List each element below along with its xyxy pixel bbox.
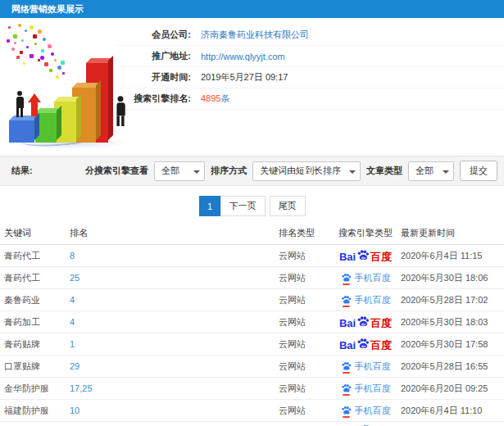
company-link[interactable]: 济南秦鲁药业科技有限公司 xyxy=(201,29,309,41)
col-header-keyword: 关键词 xyxy=(4,227,70,239)
page-title: 网络营销效果展示 xyxy=(11,3,84,16)
engine-view-label: 分搜索引擎查看 xyxy=(85,165,148,177)
submit-button[interactable]: 提交 xyxy=(460,161,497,181)
rank-link[interactable]: 25 xyxy=(70,273,79,283)
info-row-url: 推广地址: http://www.qlyyjt.com xyxy=(117,46,504,67)
rank-link[interactable]: 4 xyxy=(70,317,75,327)
keyword-cell: 膏药贴牌 xyxy=(4,338,70,351)
filter-group: 分搜索引擎查看 全部 排序方式 关键词由短到长排序 文章类型 全部 提交 xyxy=(85,161,497,181)
rank-link[interactable]: 17,25 xyxy=(70,383,93,393)
next-page-button[interactable]: 下一页 xyxy=(220,196,266,216)
updated-cell: 2020年5月28日 17:02 xyxy=(401,294,504,306)
svg-text:du: du xyxy=(361,256,366,260)
page-button-current[interactable]: 1 xyxy=(199,196,221,216)
keyword-cell: 膏药代工 xyxy=(4,272,70,284)
baidu-bai-text: Bai xyxy=(339,252,356,262)
sort-label: 排序方式 xyxy=(211,165,247,177)
rank-type-cell: 云网站 xyxy=(279,316,330,329)
mobile-baidu-text: 手机百度 xyxy=(355,360,391,373)
mobile-baidu-text: 手机百度 xyxy=(355,405,391,417)
engine-cell: Bai du 百度 xyxy=(330,294,401,306)
mobile-baidu-text: 手机百度 xyxy=(355,383,391,395)
baidu-du-text: 百度 xyxy=(370,318,392,329)
baidu-mobile-logo: 手机百度 xyxy=(341,383,391,395)
rank-type-cell: 云网站 xyxy=(279,360,330,373)
table-row: 膏药加工 4 云网站 Bai du 百度 xyxy=(0,311,504,333)
promo-url-link[interactable]: http://www.qlyyjt.com xyxy=(201,52,285,61)
sort-select[interactable]: 关键词由短到长排序 xyxy=(252,161,361,181)
paw-underline xyxy=(343,416,350,418)
rank-type-cell: 云网站 xyxy=(279,338,330,351)
baidu-logo: Bai du 百度 xyxy=(339,338,392,351)
table-row: 膏药贴牌 1 云网站 Bai du 百度 xyxy=(0,333,504,356)
title-bar: 网络营销效果展示 xyxy=(0,0,504,18)
baidu-mobile-logo: 手机百度 xyxy=(341,405,391,417)
article-type-select[interactable]: 全部 xyxy=(408,161,454,181)
engine-cell: Bai du 百度 xyxy=(330,272,401,284)
rank-type-cell: 云网站 xyxy=(279,405,330,417)
filter-bar: 结果: 分搜索引擎查看 全部 排序方式 关键词由短到长排序 文章类型 全部 提交 xyxy=(0,156,504,186)
updated-cell: 2020年6月20日 09:25 xyxy=(401,383,504,395)
paw-underline xyxy=(343,283,350,285)
baidu-paw-icon xyxy=(341,273,352,283)
col-header-updated: 最新更新时间 xyxy=(401,227,504,239)
table-row: 金华防护服 17,25 云网站 Bai du 百度 xyxy=(0,378,504,400)
table-row: 秦鲁药业 4 云网站 Bai du 百度 xyxy=(0,289,504,311)
last-page-button[interactable]: 尾页 xyxy=(270,196,306,216)
baidu-paw-icon: du xyxy=(356,249,370,262)
businessman-left xyxy=(14,91,25,117)
baidu-paw-icon xyxy=(341,383,352,394)
updated-cell: 2020年5月28日 16:55 xyxy=(401,360,504,373)
baidu-logo: Bai du 百度 xyxy=(339,315,392,329)
keyword-cell: 口罩贴牌 xyxy=(4,360,70,373)
keyword-cell: 秦鲁药业 xyxy=(4,294,70,306)
engine-cell: Bai du 百度 xyxy=(330,315,401,329)
baidu-bai-text: Bai xyxy=(339,318,356,329)
updated-cell: 2020年6月4日 11:15 xyxy=(401,250,504,262)
col-header-rank: 排名 xyxy=(70,227,279,239)
baidu-logo: Bai du 百度 xyxy=(339,249,392,262)
keyword-rank-table: 关键词 排名 排名类型 搜索引擎类型 最新更新时间 膏药代工 8 云网站 Bai… xyxy=(0,222,504,426)
mobile-baidu-text: 手机百度 xyxy=(355,272,391,284)
table-row: 膏药代工 25 云网站 Bai du 百度 xyxy=(0,267,504,289)
updated-cell: 2020年5月30日 18:06 xyxy=(401,272,504,284)
baidu-paw-icon xyxy=(341,295,352,306)
info-row-rank-count: 搜索引擎排名: 4895条 xyxy=(117,88,504,110)
businessman-right xyxy=(114,96,127,126)
chevron-down-icon xyxy=(349,170,356,174)
chevron-down-icon xyxy=(443,170,449,174)
baidu-du-text: 百度 xyxy=(370,252,392,262)
table-row: 福建防护服 10 云网站 Bai du 百度 xyxy=(0,400,504,422)
paw-underline xyxy=(343,306,350,307)
mobile-baidu-text: 手机百度 xyxy=(355,294,391,306)
chevron-down-icon xyxy=(193,170,200,174)
info-row-open-time: 开通时间: 2019年5月27日 09:17 xyxy=(117,67,504,88)
engine-cell: Bai du 百度 xyxy=(330,360,401,373)
growth-arrow-icon xyxy=(28,93,41,116)
baidu-paw-icon xyxy=(341,361,352,372)
pagination: 1 下一页 尾页 xyxy=(0,196,504,216)
info-list: 会员公司: 济南秦鲁药业科技有限公司 推广地址: http://www.qlyy… xyxy=(117,18,504,110)
updated-cell: 2020年6月4日 11:10 xyxy=(401,405,504,417)
rank-type-cell: 云网站 xyxy=(279,250,330,262)
baidu-mobile-logo: 手机百度 xyxy=(341,294,391,306)
rank-link[interactable]: 29 xyxy=(70,361,79,371)
rank-count-value: 4895 xyxy=(201,93,220,103)
rank-link[interactable]: 10 xyxy=(70,406,79,415)
rank-type-cell: 云网站 xyxy=(279,294,330,306)
info-row-company: 会员公司: 济南秦鲁药业科技有限公司 xyxy=(117,25,504,46)
rank-link[interactable]: 4 xyxy=(70,295,75,305)
rank-link[interactable]: 1 xyxy=(70,339,75,349)
engine-view-select[interactable]: 全部 xyxy=(154,161,205,181)
col-header-rank-type: 排名类型 xyxy=(279,227,330,239)
paw-underline xyxy=(343,372,350,374)
engine-cell: Bai du 百度 xyxy=(330,405,401,417)
table-row: 膏药代工 8 云网站 Bai du 百度 xyxy=(0,245,504,267)
table-row-partial xyxy=(0,422,504,426)
bar-blue xyxy=(9,120,34,143)
table-body: 膏药代工 8 云网站 Bai du 百度 xyxy=(0,245,504,422)
rank-link[interactable]: 8 xyxy=(70,251,75,261)
updated-cell: 2020年5月30日 17:58 xyxy=(401,338,504,351)
bar-chart-illustration xyxy=(2,21,143,151)
baidu-du-text: 百度 xyxy=(370,340,392,351)
